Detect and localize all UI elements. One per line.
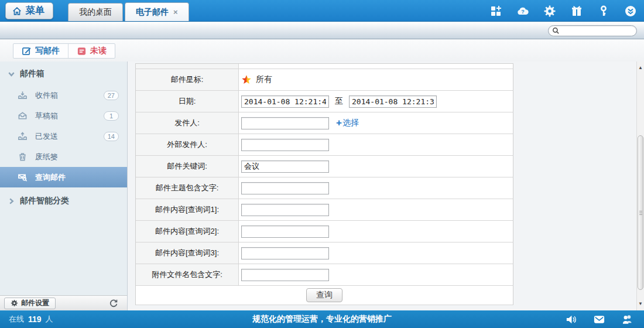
mail-settings-button[interactable]: 邮件设置 xyxy=(4,298,56,309)
keyword-cell xyxy=(239,156,513,177)
sender-value-cell: + 选择 xyxy=(239,112,513,134)
section-label: 邮件智能分类 xyxy=(20,196,69,206)
mail-icon[interactable] xyxy=(593,313,605,326)
tab-my-desktop[interactable]: 我的桌面 xyxy=(68,3,123,21)
scroll-up-arrow[interactable]: ▲ xyxy=(637,64,644,71)
top-navigation-bar: 菜单 我的桌面 电子邮件 × ? xyxy=(0,0,644,22)
attachment-name-input[interactable] xyxy=(241,269,329,281)
form-label: 邮件主题包含文字: xyxy=(136,177,239,199)
external-sender-input[interactable] xyxy=(241,139,329,151)
form-label: 邮件关键词: xyxy=(136,156,239,177)
mail-settings-label: 邮件设置 xyxy=(21,298,49,308)
form-label: 邮件内容[查询词1]: xyxy=(136,199,239,221)
apps-add-icon[interactable] xyxy=(489,5,502,18)
date-value-cell: 至 xyxy=(239,91,513,112)
date-to-input[interactable] xyxy=(349,95,437,108)
close-icon[interactable]: × xyxy=(173,8,178,16)
form-label: 邮件星标: xyxy=(136,69,239,91)
select-sender-link[interactable]: + 选择 xyxy=(336,117,359,129)
topbar-action-icons: ? xyxy=(489,0,637,22)
slogan-text: 规范化的管理运营，专业化的营销推广 xyxy=(0,314,644,324)
settings-gear-icon[interactable] xyxy=(543,5,556,18)
table-row-subject: 邮件主题包含文字: xyxy=(136,177,513,199)
tab-label: 我的桌面 xyxy=(79,7,112,18)
content-term2-cell xyxy=(239,221,513,242)
scrollbar-thumb[interactable] xyxy=(638,135,643,290)
sidebar-section-mailbox[interactable]: 邮件箱 xyxy=(0,62,127,85)
sidebar-section-smart-category[interactable]: 邮件智能分类 xyxy=(0,187,127,212)
date-from-input[interactable] xyxy=(241,95,329,108)
partial-label-cell xyxy=(136,64,239,69)
sidebar-item-drafts[interactable]: 草稿箱 1 xyxy=(0,105,127,126)
unread-label: 未读 xyxy=(90,46,107,56)
plus-icon: + xyxy=(336,117,342,129)
sender-input[interactable] xyxy=(241,117,329,129)
tab-email[interactable]: 电子邮件 × xyxy=(125,2,189,21)
search-mail-panel: 邮件星标: 所有 日期: xyxy=(128,62,644,310)
global-search[interactable] xyxy=(548,25,637,36)
secondary-bar xyxy=(0,22,644,39)
subject-cell xyxy=(239,177,513,199)
star-icon[interactable] xyxy=(241,74,252,85)
unread-count-badge: 27 xyxy=(104,91,119,100)
key-icon[interactable] xyxy=(597,5,610,18)
form-label: 发件人: xyxy=(136,112,239,134)
form-label: 附件文件名包含文字: xyxy=(136,264,239,286)
query-form-table: 邮件星标: 所有 日期: xyxy=(135,63,513,305)
submit-row: 查询 xyxy=(136,286,513,305)
gift-icon[interactable] xyxy=(570,5,583,18)
keyword-input[interactable] xyxy=(241,160,329,173)
home-icon xyxy=(12,6,22,16)
online-label: 在线 xyxy=(9,314,24,324)
table-row-content-term3: 邮件内容[查询词3]: xyxy=(136,242,513,264)
partial-value-cell xyxy=(239,64,513,69)
content-term1-cell xyxy=(239,199,513,221)
users-icon[interactable] xyxy=(621,313,633,326)
menu-button[interactable]: 菜单 xyxy=(5,2,53,19)
sidebar-item-search-mail[interactable]: 查询邮件 xyxy=(0,167,127,187)
online-count: 119 xyxy=(28,315,42,324)
tab-strip: 我的桌面 电子邮件 × xyxy=(68,2,191,21)
star-filter-value[interactable]: 所有 xyxy=(256,74,272,85)
unread-mail-button[interactable]: 未读 xyxy=(68,44,115,58)
mail-search-icon xyxy=(18,172,28,182)
tab-label: 电子邮件 xyxy=(136,7,169,18)
sidebar-item-inbox[interactable]: 收件箱 27 xyxy=(0,85,127,105)
select-sender-label: 选择 xyxy=(342,118,359,128)
unread-icon xyxy=(77,46,87,56)
mail-sidebar: 邮件箱 收件箱 27 草稿箱 1 xyxy=(0,62,128,310)
sent-icon xyxy=(18,131,28,141)
content-term3-input[interactable] xyxy=(241,247,329,259)
search-input[interactable] xyxy=(560,28,643,35)
sidebar-item-label: 收件箱 xyxy=(35,90,58,101)
inbox-icon xyxy=(18,90,28,100)
vertical-scrollbar[interactable]: ▲ ▼ xyxy=(636,62,644,310)
table-row-star: 邮件星标: 所有 xyxy=(136,69,513,91)
compose-mail-button[interactable]: 写邮件 xyxy=(13,44,68,58)
content-term2-input[interactable] xyxy=(241,226,329,238)
content-term3-cell xyxy=(239,242,513,264)
menu-button-label: 菜单 xyxy=(26,5,44,17)
sidebar-item-label: 查询邮件 xyxy=(35,172,66,183)
sent-count-badge: 14 xyxy=(104,132,119,141)
form-label: 日期: xyxy=(136,91,239,112)
sidebar-item-sent[interactable]: 已发送 14 xyxy=(0,126,127,146)
attachment-name-cell xyxy=(239,264,513,286)
speaker-icon[interactable] xyxy=(565,313,577,326)
scroll-down-arrow[interactable]: ▼ xyxy=(637,300,644,307)
status-bar: 在线 119 人 规范化的管理运营，专业化的营销推广 xyxy=(0,310,644,328)
content-term1-input[interactable] xyxy=(241,204,329,216)
draft-count-badge: 1 xyxy=(104,111,119,121)
collapse-circle-icon[interactable] xyxy=(624,5,637,18)
content-area: 邮件箱 收件箱 27 草稿箱 1 xyxy=(0,62,644,310)
query-button[interactable]: 查询 xyxy=(306,288,342,302)
refresh-icon[interactable] xyxy=(108,298,119,309)
trash-icon xyxy=(18,152,28,162)
subject-input[interactable] xyxy=(241,182,329,194)
form-label: 邮件内容[查询词3]: xyxy=(136,242,239,264)
sidebar-item-trash[interactable]: 废纸篓 xyxy=(0,146,127,167)
compose-icon xyxy=(22,46,32,56)
svg-text:?: ? xyxy=(521,9,525,15)
table-row-partial xyxy=(136,64,513,69)
help-cloud-icon[interactable]: ? xyxy=(516,5,529,18)
